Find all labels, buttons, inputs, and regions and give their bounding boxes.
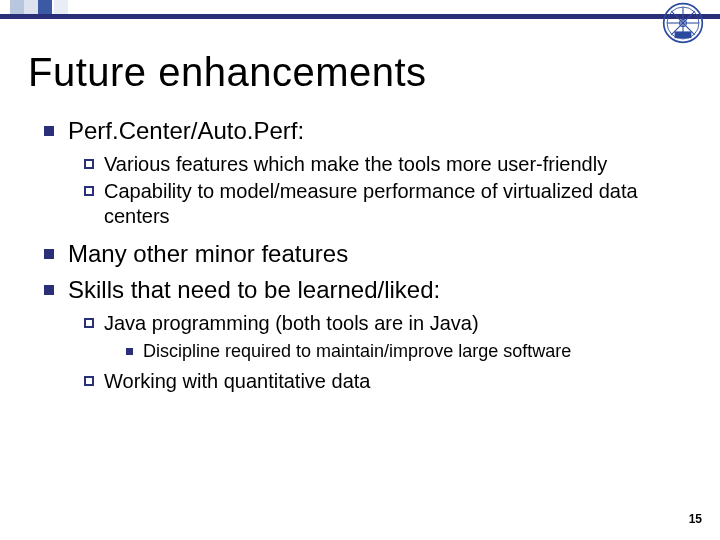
bullet-text: Capability to model/measure performance … xyxy=(104,179,690,229)
bullet-text: Skills that need to be learned/liked: xyxy=(68,275,440,305)
bullet-level1: Perf.Center/Auto.Perf: xyxy=(44,116,690,146)
bullet-text: Many other minor features xyxy=(68,239,348,269)
bullet-level1: Many other minor features xyxy=(44,239,690,269)
page-number: 15 xyxy=(689,512,702,526)
square-bullet-icon xyxy=(44,126,54,136)
hollow-square-bullet-icon xyxy=(84,159,94,169)
hollow-square-bullet-icon xyxy=(84,376,94,386)
svg-rect-7 xyxy=(675,31,692,38)
bullet-text: Working with quantitative data xyxy=(104,369,370,394)
bullet-text: Various features which make the tools mo… xyxy=(104,152,607,177)
slide-title: Future enhancements xyxy=(28,50,427,95)
bullet-level2: Capability to model/measure performance … xyxy=(84,179,690,229)
bullet-text: Perf.Center/Auto.Perf: xyxy=(68,116,304,146)
hollow-square-bullet-icon xyxy=(84,186,94,196)
bullet-text: Java programming (both tools are in Java… xyxy=(104,311,479,336)
bullet-level1: Skills that need to be learned/liked: xyxy=(44,275,690,305)
bullet-level2: Java programming (both tools are in Java… xyxy=(84,311,690,336)
bullet-level2: Various features which make the tools mo… xyxy=(84,152,690,177)
square-bullet-icon xyxy=(44,285,54,295)
small-square-bullet-icon xyxy=(126,348,133,355)
bullet-level3: Discipline required to maintain/improve … xyxy=(126,340,690,363)
square-bullet-icon xyxy=(44,249,54,259)
decorative-top-bar xyxy=(0,0,720,18)
hollow-square-bullet-icon xyxy=(84,318,94,328)
slide-content: Perf.Center/Auto.Perf: Various features … xyxy=(44,116,690,404)
institute-logo-icon xyxy=(662,2,704,44)
slide: Future enhancements Perf.Center/Auto.Per… xyxy=(0,0,720,540)
bullet-level2: Working with quantitative data xyxy=(84,369,690,394)
decorative-squares xyxy=(10,0,68,14)
bullet-text: Discipline required to maintain/improve … xyxy=(143,340,571,363)
